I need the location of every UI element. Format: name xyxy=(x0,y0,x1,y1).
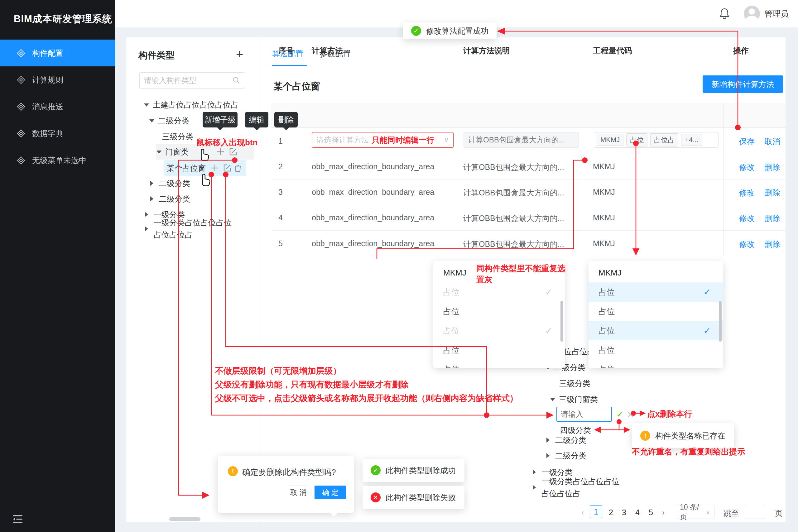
sidebar-item-unselected-menu[interactable]: 无级菜单未选中 xyxy=(0,147,115,174)
delete-link[interactable]: 删除 xyxy=(765,162,780,172)
dropdown-option[interactable]: 占位 xyxy=(589,302,723,321)
code-tag[interactable]: MKMJ xyxy=(596,134,624,146)
dialog-ok-button[interactable]: 确 定 xyxy=(315,486,346,499)
dropdown-option-selected[interactable]: 占位 ✓ xyxy=(589,282,723,302)
method-select[interactable]: 请选择计算方法 只能同时编辑一行 ∨ xyxy=(312,132,454,148)
dialog-cancel-button[interactable]: 取 消 xyxy=(289,486,308,499)
modify-link[interactable]: 修改 xyxy=(739,162,755,172)
toast-config-success: ✓ 修改算法配置成功 xyxy=(403,22,497,39)
jump-page-input[interactable] xyxy=(745,505,764,519)
page-current[interactable]: 1 xyxy=(590,505,602,518)
add-calc-method-button[interactable]: 新增构件计算方法 xyxy=(703,75,783,93)
code-tag[interactable]: 占位 xyxy=(626,133,647,147)
toast-text: 此构件类型删除失败 xyxy=(385,492,456,503)
method-desc-input[interactable] xyxy=(463,132,579,148)
check-icon: ✓ xyxy=(704,287,711,297)
delete-link[interactable]: 删除 xyxy=(765,188,780,198)
row-index: 5 xyxy=(278,239,283,248)
modify-link[interactable]: 修改 xyxy=(739,239,755,249)
page-size-select[interactable]: 10 条/页 ∨ xyxy=(676,505,715,519)
dropdown-scrollbar[interactable] xyxy=(719,301,722,342)
component-type-search[interactable]: 请输入构件类型 xyxy=(139,72,245,89)
jump-label: 跳至 xyxy=(723,508,739,518)
caret-down-icon[interactable] xyxy=(156,151,162,156)
confirm-check-icon[interactable]: ✓ xyxy=(616,409,624,419)
sidebar-item-message-push[interactable]: 消息推送 xyxy=(0,93,115,120)
caret-right-icon[interactable] xyxy=(150,196,156,201)
chevron-down-icon: ∨ xyxy=(444,136,449,144)
add-component-type-icon[interactable]: + xyxy=(236,48,243,60)
sidebar-item-component-config[interactable]: 构件配置 xyxy=(0,40,115,66)
check-icon: ✓ xyxy=(704,326,711,336)
search-placeholder: 请输入构件类型 xyxy=(144,75,232,86)
caret-right-icon[interactable] xyxy=(547,438,552,442)
notification-bell-icon[interactable] xyxy=(719,8,730,20)
dropdown-option-selected[interactable]: 占位 ✓ xyxy=(589,321,723,340)
avatar xyxy=(744,6,760,22)
dropdown-option[interactable]: 占位 xyxy=(589,340,723,360)
page-next[interactable]: › xyxy=(662,508,665,517)
page-3[interactable]: 3 xyxy=(622,508,626,517)
dropdown-scrollbar[interactable] xyxy=(560,301,563,342)
user-menu[interactable]: 管理员 xyxy=(744,6,788,22)
caret-right-icon[interactable] xyxy=(547,453,552,458)
row-index: 1 xyxy=(278,136,283,146)
caret-right-icon[interactable] xyxy=(533,470,538,475)
code-tags-field[interactable]: MKMJ 占位 占位占 +4... xyxy=(594,132,719,148)
cancel-link[interactable]: 取消 xyxy=(765,136,780,147)
add-child-icon[interactable] xyxy=(210,164,218,172)
caret-down-icon[interactable] xyxy=(149,119,154,125)
option-label: 占位 xyxy=(598,345,615,356)
tree2-item[interactable]: 二级分类 xyxy=(546,448,586,463)
dropdown-option[interactable]: 占位 xyxy=(433,302,565,321)
dropdown-option[interactable]: 占位 xyxy=(433,340,565,360)
caret-down-icon[interactable] xyxy=(550,398,555,404)
warning-icon: ! xyxy=(228,466,238,476)
edit-icon[interactable] xyxy=(229,148,237,156)
code-tag-more[interactable]: +4... xyxy=(681,134,702,146)
page-4[interactable]: 4 xyxy=(635,508,640,517)
modify-link[interactable]: 修改 xyxy=(739,188,755,198)
collapse-sidebar-icon[interactable] xyxy=(13,515,24,524)
delete-link[interactable]: 删除 xyxy=(765,213,780,224)
tree2-item[interactable]: 一级分类占位占位占位占位占位占 xyxy=(532,481,621,494)
page-prev[interactable]: ‹ xyxy=(581,508,584,517)
dropdown-option[interactable]: 占位 xyxy=(589,360,723,368)
tree2-item[interactable]: 三级门窗类 xyxy=(550,392,598,407)
add-child-icon[interactable] xyxy=(217,148,225,156)
caret-right-icon[interactable] xyxy=(533,485,538,490)
page-size-value: 10 条/页 xyxy=(680,502,706,522)
modify-link[interactable]: 修改 xyxy=(739,213,755,224)
row-code: MKMJ xyxy=(593,213,615,222)
caret-right-icon[interactable] xyxy=(145,212,151,217)
tree2-item[interactable]: 三级分类 xyxy=(559,376,590,391)
page-5[interactable]: 5 xyxy=(649,508,653,517)
save-link[interactable]: 保存 xyxy=(739,136,755,147)
code-tag[interactable]: 占位占 xyxy=(650,133,678,147)
cancel-x-icon[interactable]: ✕ xyxy=(627,410,634,420)
tree-item[interactable]: 三级分类 xyxy=(162,129,193,144)
caret-right-icon[interactable] xyxy=(150,181,156,186)
edit-icon[interactable] xyxy=(223,164,231,172)
check-icon: ✓ xyxy=(545,326,552,336)
caret-right-icon[interactable] xyxy=(145,226,151,231)
sidebar-item-label: 数据字典 xyxy=(32,128,63,139)
horizontal-scrollbar[interactable] xyxy=(169,517,201,521)
new-type-name-input[interactable] xyxy=(556,407,612,422)
caret-down-icon[interactable] xyxy=(144,103,149,109)
page-2[interactable]: 2 xyxy=(609,508,613,517)
tree-item[interactable]: 土建占位占位占位占位占 xyxy=(144,97,239,113)
tree2-item[interactable]: 二级分类 xyxy=(546,432,586,448)
delete-trash-icon[interactable] xyxy=(234,164,242,172)
tree-item[interactable]: 二级分类 xyxy=(149,113,189,128)
tree-item[interactable]: 二级分类 xyxy=(149,175,190,191)
tree-item[interactable]: 二级分类 xyxy=(149,191,190,207)
row-divider xyxy=(271,179,785,180)
diamond-icon xyxy=(17,129,25,138)
tree-item[interactable]: 一级分类占位占位占位占位占位占 xyxy=(144,223,233,235)
col-header-index: 序号 xyxy=(278,45,294,56)
sidebar-item-calc-rules[interactable]: 计算规则 xyxy=(0,66,115,93)
delete-link[interactable]: 删除 xyxy=(765,239,780,249)
sidebar-item-data-dictionary[interactable]: 数据字典 xyxy=(0,120,115,147)
tree-item-label: 三级门窗类 xyxy=(559,394,598,404)
